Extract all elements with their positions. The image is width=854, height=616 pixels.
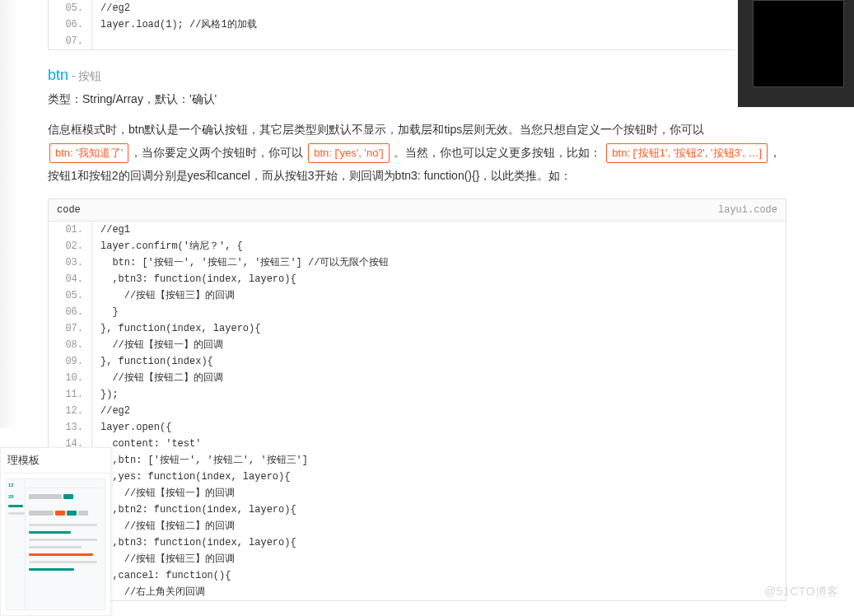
- code-line: 14. content: 'test': [49, 436, 786, 452]
- line-number: 06.: [49, 16, 92, 33]
- code-header: code layui.code: [49, 199, 786, 222]
- section-paragraph: 信息框模式时，btn默认是一个确认按钮，其它层类型则默认不显示，加载层和tips…: [48, 118, 786, 187]
- line-code: //eg2: [92, 403, 130, 419]
- line-number: 07.: [49, 320, 92, 337]
- inline-code-highlight: btn: '我知道了': [49, 143, 128, 163]
- code-line: 02.layer.confirm('纳尼？', {: [49, 238, 786, 254]
- line-code: //按钮【按钮一】的回调: [92, 337, 223, 353]
- line-number: 10.: [49, 370, 92, 386]
- line-code: ,btn2: function(index, layero){: [92, 502, 296, 518]
- line-code: ,btn3: function(index, layero){: [92, 271, 296, 287]
- line-number: 13.: [49, 419, 92, 436]
- line-code: //按钮【按钮三】的回调: [92, 551, 235, 567]
- code-line: ,btn3: function(index, layero){: [49, 534, 786, 551]
- code-line: //右上角关闭回调: [49, 584, 786, 600]
- section-subtitle: - 按钮: [72, 69, 102, 82]
- line-code: //按钮【按钮二】的回调: [92, 518, 235, 534]
- thumb-stat-1: 12: [8, 483, 23, 488]
- line-code: }, function(index){: [92, 353, 213, 370]
- code-block-top: 05.//eg206.layer.load(1); //风格1的加载07.: [48, 0, 786, 50]
- code-line: 06.layer.load(1); //风格1的加载: [49, 16, 786, 33]
- right-dark-panel: [735, 0, 854, 107]
- line-code: });: [92, 386, 119, 403]
- inline-code-highlight: btn: ['按钮1', '按钮2', '按钮3', …]: [606, 143, 768, 163]
- line-code: ,btn3: function(index, layero){: [92, 534, 296, 551]
- line-number: 05.: [49, 287, 92, 304]
- inline-code-highlight: btn: ['yes', 'no']: [308, 143, 389, 163]
- line-code: //按钮【按钮二】的回调: [92, 370, 223, 386]
- line-number: 05.: [49, 0, 92, 16]
- right-dark-inset: [753, 0, 844, 87]
- thumb-stat-2: 20: [8, 494, 23, 499]
- paragraph-text: ，当你要定义两个按钮时，你可以: [130, 146, 306, 159]
- code-line: 09.}, function(index){: [49, 353, 786, 370]
- line-number: 12.: [49, 403, 92, 419]
- line-number: 07.: [49, 33, 92, 49]
- code-line: ,yes: function(index, layero){: [49, 469, 786, 485]
- section-heading: btn - 按钮: [48, 67, 786, 84]
- code-line: 08. //按钮【按钮一】的回调: [49, 337, 786, 353]
- line-code: ,yes: function(index, layero){: [92, 469, 290, 485]
- line-code: }: [92, 304, 119, 320]
- line-code: ,cancel: function(){: [92, 567, 231, 584]
- code-line: //按钮【按钮三】的回调: [49, 551, 786, 567]
- line-code: }, function(index, layero){: [92, 320, 260, 337]
- code-line: //按钮【按钮一】的回调: [49, 485, 786, 502]
- code-line: ,cancel: function(){: [49, 567, 786, 584]
- article-content: 05.//eg206.layer.load(1); //风格1的加载07. bt…: [0, 0, 786, 601]
- code-block-main: code layui.code 01.//eg102.layer.confirm…: [48, 198, 786, 601]
- code-line: 11.});: [49, 386, 786, 403]
- code-line: 01.//eg1: [49, 222, 786, 238]
- line-code: layer.load(1); //风格1的加载: [92, 16, 257, 33]
- line-number: 01.: [49, 222, 92, 238]
- page-gutter-shadow: [0, 0, 16, 428]
- paragraph-text: 信息框模式时，btn默认是一个确认按钮，其它层类型则默认不显示，加载层和tips…: [48, 123, 704, 136]
- type-description: 类型：String/Array，默认：'确认': [48, 89, 786, 110]
- line-code: //eg1: [92, 222, 130, 238]
- btn-anchor-link[interactable]: btn: [48, 67, 68, 83]
- code-line: 06. }: [49, 304, 786, 320]
- line-number: 06.: [49, 304, 92, 320]
- line-number: 02.: [49, 238, 92, 254]
- line-number: 04.: [49, 271, 92, 287]
- code-header-right: layui.code: [718, 204, 777, 216]
- line-code: btn: ['按钮一', '按钮二', '按钮三'] //可以无限个按钮: [92, 254, 389, 271]
- line-code: layer.open({: [92, 419, 171, 436]
- thumbnail-title: 理模板: [1, 448, 110, 474]
- watermark-text: @51CTO博客: [764, 585, 839, 600]
- code-line: 15. ,btn: ['按钮一', '按钮二', '按钮三']: [49, 452, 786, 469]
- code-line: 12.//eg2: [49, 403, 786, 419]
- line-code: ,btn: ['按钮一', '按钮二', '按钮三']: [92, 452, 308, 469]
- code-line: 07.}, function(index, layero){: [49, 320, 786, 337]
- code-line: 07.: [49, 33, 786, 49]
- line-number: 09.: [49, 353, 92, 370]
- line-code: layer.confirm('纳尼？', {: [92, 238, 243, 254]
- thumbnail-body: 12 20: [1, 474, 110, 615]
- thumbnail-dashboard: 12 20: [6, 478, 105, 610]
- code-line: ,btn2: function(index, layero){: [49, 502, 786, 518]
- code-line: 03. btn: ['按钮一', '按钮二', '按钮三'] //可以无限个按钮: [49, 254, 786, 271]
- code-line: //按钮【按钮二】的回调: [49, 518, 786, 534]
- line-number: 11.: [49, 386, 92, 403]
- line-number: 03.: [49, 254, 92, 271]
- paragraph-text: 。当然，你也可以定义更多按钮，比如：: [391, 146, 605, 159]
- code-line: 05.//eg2: [49, 0, 786, 16]
- thumbnail-card[interactable]: 理模板 12 20: [0, 447, 111, 616]
- line-code: //eg2: [92, 0, 130, 16]
- line-code: //按钮【按钮三】的回调: [92, 287, 235, 304]
- code-line: 05. //按钮【按钮三】的回调: [49, 287, 786, 304]
- code-header-left: code: [57, 204, 81, 216]
- line-code: //按钮【按钮一】的回调: [92, 485, 235, 502]
- code-line: 13.layer.open({: [49, 419, 786, 436]
- code-line: 04. ,btn3: function(index, layero){: [49, 271, 786, 287]
- line-number: 08.: [49, 337, 92, 353]
- code-line: 10. //按钮【按钮二】的回调: [49, 370, 786, 386]
